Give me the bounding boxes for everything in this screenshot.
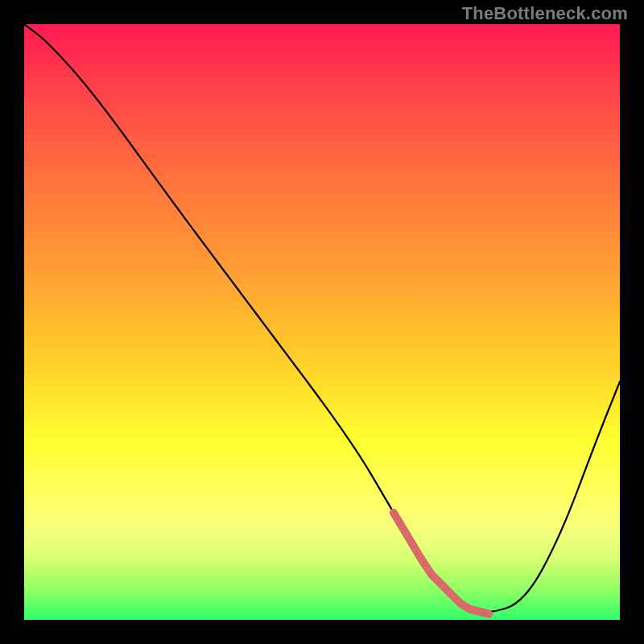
curve-svg xyxy=(24,24,620,620)
plot-area xyxy=(24,24,620,620)
chart-frame: TheBottleneck.com xyxy=(0,0,644,644)
optimal-range-highlight xyxy=(394,513,489,614)
bottleneck-curve xyxy=(24,24,620,612)
watermark-text: TheBottleneck.com xyxy=(462,3,628,24)
